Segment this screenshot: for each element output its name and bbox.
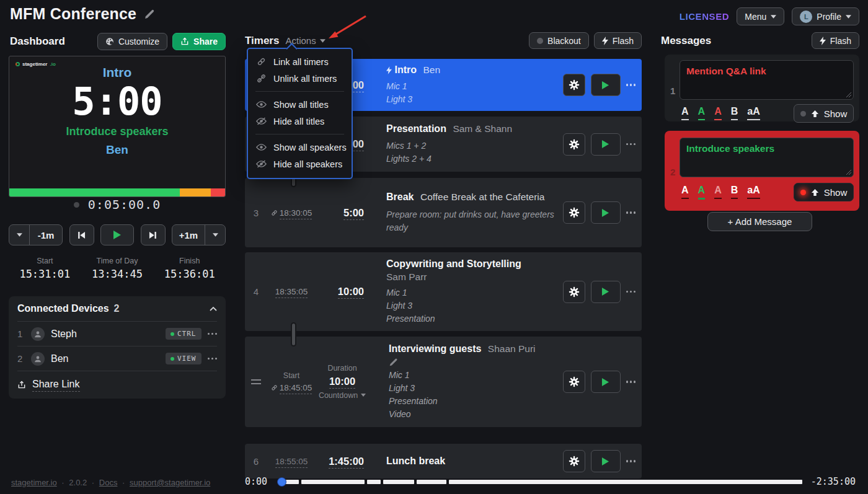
timer-tag: Light 3 (386, 299, 563, 312)
menu-item-show-all-speakers[interactable]: Show all speakers (248, 139, 352, 156)
link-icon (271, 210, 278, 216)
timers-header: Timers Actions Blackout Flash (245, 32, 642, 49)
timer-title-line: Interviewing guests Shaan Puri (389, 343, 563, 356)
show-message-button[interactable]: Show (794, 104, 854, 123)
resize-handle-icon[interactable] (846, 92, 852, 98)
menu-item-show-all-titles[interactable]: Show all titles (248, 96, 352, 113)
edit-title-icon[interactable] (144, 9, 155, 20)
format-white-button[interactable]: A (681, 107, 689, 120)
timer-settings-button[interactable] (563, 201, 585, 224)
minus-1m-button[interactable]: -1m (30, 225, 62, 245)
timer-start-time[interactable]: 18:35:05 (265, 287, 318, 296)
timer-play-button[interactable] (591, 133, 621, 156)
timer-menu-button[interactable] (626, 211, 636, 214)
timer-duration[interactable]: 10:00 (318, 376, 366, 387)
countdown-mode-dropdown[interactable]: Countdown (319, 391, 366, 400)
timer-menu-button[interactable] (626, 291, 636, 293)
timer-row-3[interactable]: 3 18:30:05 5:00 Break Coffee Break at th… (245, 178, 642, 247)
eye-icon (256, 143, 267, 152)
footer-separator: · (122, 478, 125, 487)
timer-settings-button[interactable] (563, 74, 585, 96)
device-menu-button[interactable] (208, 358, 218, 360)
edit-speaker-button[interactable] (389, 358, 563, 367)
timer-row-5[interactable]: Start 18:45:05 Duration 10:00 Countdown … (245, 337, 642, 427)
menu-item-label: Hide all titles (273, 117, 324, 126)
timer-play-button[interactable] (591, 450, 621, 472)
timer-content: Interviewing guests Shaan Puri Mic 1 Lig… (366, 343, 563, 421)
progress-orange (180, 188, 211, 196)
timeline-track[interactable] (277, 477, 802, 487)
timer-settings-button[interactable] (563, 281, 585, 303)
footer-docs-link[interactable]: Docs (99, 478, 118, 487)
plus-1m-split-button: +1m (172, 224, 226, 245)
menu-item-hide-all-titles[interactable]: Hide all titles (248, 113, 352, 130)
message-textarea[interactable]: Introduce speakers (680, 138, 854, 177)
timer-duration[interactable]: 5:00 (318, 207, 364, 219)
timer-title-line: Lunch break (386, 455, 563, 468)
share-link-button[interactable]: Share Link (17, 371, 217, 399)
record-dot-icon (74, 202, 79, 208)
timer-menu-button[interactable] (626, 143, 636, 146)
timer-play-button[interactable] (591, 281, 621, 303)
menu-button[interactable]: Menu (737, 7, 784, 25)
format-green-button[interactable]: A (698, 107, 706, 120)
chevron-down-icon (361, 394, 366, 397)
messages-flash-button[interactable]: Flash (812, 32, 859, 49)
timer-menu-button[interactable] (626, 84, 636, 86)
profile-button[interactable]: L Profile (792, 7, 859, 25)
resize-handle-icon[interactable] (846, 169, 852, 175)
show-message-button[interactable]: Show (794, 183, 854, 201)
timer-menu-button[interactable] (626, 381, 636, 383)
timer-play-button[interactable] (591, 371, 621, 393)
timer-duration[interactable]: 1:45:00 (318, 456, 364, 467)
share-button[interactable]: Share (172, 33, 226, 50)
minus-options-button[interactable] (9, 225, 29, 245)
message-textarea[interactable]: Mention Q&A link (680, 60, 854, 100)
timer-settings-button[interactable] (563, 371, 585, 393)
format-bold-button[interactable]: B (731, 185, 738, 199)
timer-row-4[interactable]: 4 18:35:05 10:00 Copywriting and Storyte… (245, 252, 642, 331)
footer-support-link[interactable]: support@stagetimer.io (130, 478, 210, 487)
format-red-button[interactable]: A (714, 107, 722, 120)
plus-options-button[interactable] (205, 225, 225, 245)
format-red-button[interactable]: A (714, 185, 722, 199)
timer-start-time[interactable]: 18:45:05 (265, 383, 318, 392)
format-green-button[interactable]: A (698, 185, 706, 200)
menu-item-link-all-timers[interactable]: Link all timers (248, 53, 352, 70)
timer-settings-button[interactable] (563, 133, 585, 156)
timer-settings-button[interactable] (563, 450, 585, 472)
previous-timer-button[interactable] (69, 224, 94, 245)
device-menu-button[interactable] (208, 333, 218, 335)
collapse-chevron-icon[interactable] (210, 307, 217, 311)
menu-item-unlink-all-timers[interactable]: Unlink all timers (248, 70, 352, 87)
timer-tags: Mic 1 Light 3 Presentation Video (389, 369, 563, 421)
blackout-dot-icon (537, 38, 543, 44)
timer-row-6[interactable]: 6 18:55:05 1:45:00 Lunch break (245, 444, 642, 479)
format-bold-button[interactable]: B (731, 107, 738, 120)
next-timer-button[interactable] (141, 224, 166, 245)
timer-play-button[interactable] (591, 74, 621, 96)
timeline-knob[interactable] (277, 477, 286, 487)
play-button[interactable] (100, 224, 134, 245)
timer-title-line: Break Coffee Break at the Cafeteria (386, 191, 563, 204)
timer-duration[interactable]: 10:00 (318, 286, 364, 298)
format-white-button[interactable]: A (681, 185, 689, 199)
menu-item-hide-all-speakers[interactable]: Hide all speakers (248, 156, 352, 172)
plus-1m-button[interactable]: +1m (172, 225, 205, 245)
add-message-button[interactable]: + Add Message (707, 212, 812, 231)
timer-start-time[interactable]: 18:55:05 (265, 457, 318, 466)
menu-divider (255, 134, 344, 135)
timers-flash-button[interactable]: Flash (594, 32, 642, 49)
timer-controls (563, 450, 636, 472)
timer-start-time[interactable]: 18:30:05 (265, 208, 318, 218)
blackout-button[interactable]: Blackout (529, 32, 589, 49)
customize-button[interactable]: Customize (97, 33, 167, 50)
page-title-row: MFM Conference (10, 5, 155, 23)
format-uppercase-button[interactable]: aA (747, 185, 760, 199)
footer-brand-link[interactable]: stagetimer.io (11, 478, 57, 487)
timer-play-button[interactable] (591, 201, 621, 224)
drag-handle[interactable] (251, 379, 261, 384)
format-uppercase-button[interactable]: aA (747, 107, 760, 120)
arrow-up-icon (811, 110, 819, 118)
timer-menu-button[interactable] (626, 460, 636, 462)
